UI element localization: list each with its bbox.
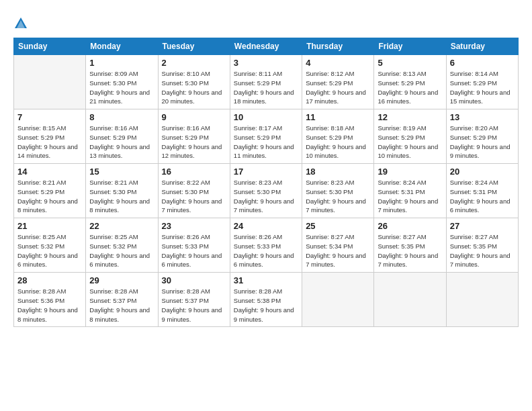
calendar-cell: 10Sunrise: 8:17 AMSunset: 5:29 PMDayligh… — [230, 109, 302, 164]
calendar-cell: 19Sunrise: 8:24 AMSunset: 5:31 PMDayligh… — [374, 164, 446, 218]
day-number: 11 — [306, 112, 370, 122]
day-number: 20 — [450, 167, 515, 177]
day-detail: Sunrise: 8:24 AMSunset: 5:31 PMDaylight:… — [450, 178, 515, 215]
calendar-cell: 9Sunrise: 8:16 AMSunset: 5:29 PMDaylight… — [158, 109, 230, 164]
day-number: 23 — [162, 221, 226, 231]
day-detail: Sunrise: 8:27 AMSunset: 5:35 PMDaylight:… — [450, 232, 515, 269]
day-number: 15 — [89, 167, 154, 177]
calendar-week-row: 21Sunrise: 8:25 AMSunset: 5:32 PMDayligh… — [14, 218, 519, 273]
calendar-cell: 1Sunrise: 8:09 AMSunset: 5:30 PMDaylight… — [86, 55, 158, 109]
day-number: 19 — [378, 167, 442, 177]
header-row: SundayMondayTuesdayWednesdayThursdayFrid… — [14, 38, 519, 55]
calendar-cell — [302, 273, 374, 327]
calendar-cell: 21Sunrise: 8:25 AMSunset: 5:32 PMDayligh… — [14, 218, 86, 273]
day-detail: Sunrise: 8:23 AMSunset: 5:30 PMDaylight:… — [234, 178, 298, 215]
day-number: 13 — [450, 112, 515, 122]
logo-icon — [13, 16, 28, 31]
day-detail: Sunrise: 8:16 AMSunset: 5:29 PMDaylight:… — [162, 124, 226, 161]
day-number: 8 — [89, 112, 154, 122]
calendar-body: 1Sunrise: 8:09 AMSunset: 5:30 PMDaylight… — [14, 55, 519, 327]
day-detail: Sunrise: 8:25 AMSunset: 5:32 PMDaylight:… — [89, 232, 154, 269]
day-detail: Sunrise: 8:25 AMSunset: 5:32 PMDaylight:… — [17, 232, 82, 269]
calendar-cell: 26Sunrise: 8:27 AMSunset: 5:35 PMDayligh… — [374, 218, 446, 273]
day-detail: Sunrise: 8:20 AMSunset: 5:29 PMDaylight:… — [450, 124, 515, 161]
day-detail: Sunrise: 8:21 AMSunset: 5:29 PMDaylight:… — [17, 178, 82, 215]
calendar-cell: 12Sunrise: 8:19 AMSunset: 5:29 PMDayligh… — [374, 109, 446, 164]
weekday-header: Friday — [374, 38, 446, 55]
calendar-cell — [446, 273, 518, 327]
day-detail: Sunrise: 8:28 AMSunset: 5:37 PMDaylight:… — [89, 287, 154, 324]
calendar-cell: 25Sunrise: 8:27 AMSunset: 5:34 PMDayligh… — [302, 218, 374, 273]
day-number: 6 — [450, 58, 515, 68]
calendar-cell: 31Sunrise: 8:28 AMSunset: 5:38 PMDayligh… — [230, 273, 302, 327]
calendar-cell: 4Sunrise: 8:12 AMSunset: 5:29 PMDaylight… — [302, 55, 374, 109]
day-detail: Sunrise: 8:16 AMSunset: 5:29 PMDaylight:… — [89, 124, 154, 161]
weekday-header: Monday — [86, 38, 158, 55]
calendar-cell: 14Sunrise: 8:21 AMSunset: 5:29 PMDayligh… — [14, 164, 86, 218]
calendar-cell: 7Sunrise: 8:15 AMSunset: 5:29 PMDaylight… — [14, 109, 86, 164]
day-number: 4 — [306, 58, 370, 68]
day-number: 28 — [17, 275, 82, 285]
weekday-header: Tuesday — [158, 38, 230, 55]
day-number: 21 — [17, 221, 82, 231]
calendar-cell: 16Sunrise: 8:22 AMSunset: 5:30 PMDayligh… — [158, 164, 230, 218]
day-detail: Sunrise: 8:11 AMSunset: 5:29 PMDaylight:… — [234, 69, 298, 106]
calendar-cell: 15Sunrise: 8:21 AMSunset: 5:30 PMDayligh… — [86, 164, 158, 218]
calendar-header: SundayMondayTuesdayWednesdayThursdayFrid… — [14, 38, 519, 55]
calendar-cell: 2Sunrise: 8:10 AMSunset: 5:30 PMDaylight… — [158, 55, 230, 109]
day-number: 18 — [306, 167, 370, 177]
day-detail: Sunrise: 8:15 AMSunset: 5:29 PMDaylight:… — [17, 124, 82, 161]
day-detail: Sunrise: 8:21 AMSunset: 5:30 PMDaylight:… — [89, 178, 154, 215]
calendar-week-row: 7Sunrise: 8:15 AMSunset: 5:29 PMDaylight… — [14, 109, 519, 164]
logo — [13, 15, 31, 31]
day-detail: Sunrise: 8:13 AMSunset: 5:29 PMDaylight:… — [378, 69, 442, 106]
day-number: 9 — [162, 112, 226, 122]
day-detail: Sunrise: 8:27 AMSunset: 5:35 PMDaylight:… — [378, 232, 442, 269]
calendar-cell: 28Sunrise: 8:28 AMSunset: 5:36 PMDayligh… — [14, 273, 86, 327]
calendar-week-row: 1Sunrise: 8:09 AMSunset: 5:30 PMDaylight… — [14, 55, 519, 109]
calendar-week-row: 28Sunrise: 8:28 AMSunset: 5:36 PMDayligh… — [14, 273, 519, 327]
calendar-week-row: 14Sunrise: 8:21 AMSunset: 5:29 PMDayligh… — [14, 164, 519, 218]
day-detail: Sunrise: 8:10 AMSunset: 5:30 PMDaylight:… — [162, 69, 226, 106]
day-number: 14 — [17, 167, 82, 177]
day-detail: Sunrise: 8:26 AMSunset: 5:33 PMDaylight:… — [234, 232, 298, 269]
day-number: 5 — [378, 58, 442, 68]
calendar-cell: 24Sunrise: 8:26 AMSunset: 5:33 PMDayligh… — [230, 218, 302, 273]
header — [13, 12, 519, 31]
day-number: 30 — [162, 275, 226, 285]
day-detail: Sunrise: 8:22 AMSunset: 5:30 PMDaylight:… — [162, 178, 226, 215]
day-detail: Sunrise: 8:28 AMSunset: 5:37 PMDaylight:… — [162, 287, 226, 324]
day-number: 29 — [89, 275, 154, 285]
calendar-cell: 17Sunrise: 8:23 AMSunset: 5:30 PMDayligh… — [230, 164, 302, 218]
day-detail: Sunrise: 8:12 AMSunset: 5:29 PMDaylight:… — [306, 69, 370, 106]
calendar-cell: 20Sunrise: 8:24 AMSunset: 5:31 PMDayligh… — [446, 164, 518, 218]
calendar-cell: 29Sunrise: 8:28 AMSunset: 5:37 PMDayligh… — [86, 273, 158, 327]
calendar-cell: 18Sunrise: 8:23 AMSunset: 5:30 PMDayligh… — [302, 164, 374, 218]
day-number: 1 — [89, 58, 154, 68]
day-detail: Sunrise: 8:17 AMSunset: 5:29 PMDaylight:… — [234, 124, 298, 161]
day-number: 27 — [450, 221, 515, 231]
day-number: 7 — [17, 112, 82, 122]
calendar-cell: 30Sunrise: 8:28 AMSunset: 5:37 PMDayligh… — [158, 273, 230, 327]
calendar-cell: 8Sunrise: 8:16 AMSunset: 5:29 PMDaylight… — [86, 109, 158, 164]
day-number: 31 — [234, 275, 298, 285]
day-detail: Sunrise: 8:27 AMSunset: 5:34 PMDaylight:… — [306, 232, 370, 269]
day-number: 22 — [89, 221, 154, 231]
day-number: 26 — [378, 221, 442, 231]
day-number: 12 — [378, 112, 442, 122]
weekday-header: Sunday — [14, 38, 86, 55]
day-number: 17 — [234, 167, 298, 177]
day-detail: Sunrise: 8:28 AMSunset: 5:38 PMDaylight:… — [234, 287, 298, 324]
day-detail: Sunrise: 8:18 AMSunset: 5:29 PMDaylight:… — [306, 124, 370, 161]
day-number: 2 — [162, 58, 226, 68]
day-detail: Sunrise: 8:14 AMSunset: 5:29 PMDaylight:… — [450, 69, 515, 106]
day-number: 24 — [234, 221, 298, 231]
weekday-header: Wednesday — [230, 38, 302, 55]
calendar-cell — [14, 55, 86, 109]
calendar-cell: 13Sunrise: 8:20 AMSunset: 5:29 PMDayligh… — [446, 109, 518, 164]
calendar-cell: 27Sunrise: 8:27 AMSunset: 5:35 PMDayligh… — [446, 218, 518, 273]
day-number: 10 — [234, 112, 298, 122]
calendar-cell: 5Sunrise: 8:13 AMSunset: 5:29 PMDaylight… — [374, 55, 446, 109]
calendar-cell: 23Sunrise: 8:26 AMSunset: 5:33 PMDayligh… — [158, 218, 230, 273]
weekday-header: Thursday — [302, 38, 374, 55]
